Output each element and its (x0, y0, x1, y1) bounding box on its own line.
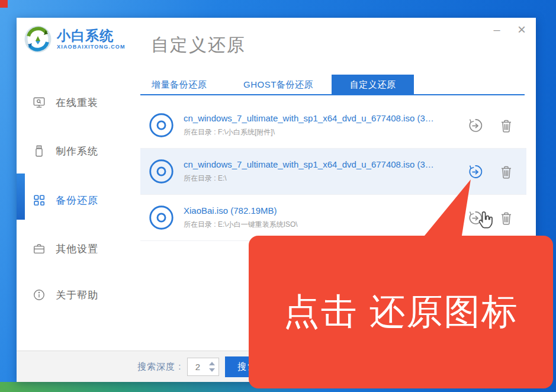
info-circle-icon (33, 288, 46, 301)
stepper-up-icon[interactable] (209, 362, 215, 365)
desktop-background: – × 小白系统 XIAOBAIXITONG.COM (0, 0, 556, 392)
iso-list: cn_windows_7_ultimate_with_sp1_x64_dvd_u… (140, 102, 526, 241)
trash-icon[interactable] (498, 163, 515, 180)
disc-icon (148, 158, 175, 185)
iso-path: 所在目录 : E:\ (184, 173, 444, 184)
restore-icon[interactable] (467, 210, 484, 226)
stepper-down-icon[interactable] (209, 368, 215, 372)
app-logo: 小白系统 XIAOBAIXITONG.COM (24, 25, 126, 53)
briefcase-icon (33, 242, 46, 255)
window-controls: – × (488, 21, 530, 38)
recording-indicator (0, 0, 8, 8)
tab-ghost-backup-restore[interactable]: GHOST备份还原 (232, 75, 324, 95)
search-depth-label: 搜索深度 : (137, 361, 181, 372)
row-actions (467, 149, 515, 194)
sidebar-item-make-system[interactable]: 制作系统 (17, 140, 135, 162)
row-actions (467, 102, 515, 148)
iso-filename: cn_windows_7_ultimate_with_sp1_x64_dvd_u… (184, 113, 444, 123)
tutorial-callout: 点击 还原图标 (249, 236, 553, 388)
minimize-button[interactable]: – (488, 21, 505, 38)
list-item[interactable]: XiaoBai.iso (782.19MB) 所在目录 : E:\小白一键重装系… (140, 195, 526, 241)
list-item-text: XiaoBai.iso (782.19MB) 所在目录 : E:\小白一键重装系… (184, 205, 444, 230)
sidebar-item-label: 关于帮助 (56, 288, 98, 302)
search-depth-value: 2 (188, 362, 208, 372)
iso-path: 所在目录 : F:\小白系统[附件]\ (184, 127, 444, 137)
iso-filename: XiaoBai.iso (782.19MB) (184, 205, 444, 216)
tab-incremental-backup-restore[interactable]: 增量备份还原 (140, 75, 218, 95)
tab-underline (140, 94, 525, 95)
sidebar-item-about-help[interactable]: 关于帮助 (17, 284, 135, 306)
tutorial-callout-text: 点击 还原图标 (284, 288, 519, 336)
disc-icon (148, 204, 175, 231)
logo-swirl-icon (24, 25, 52, 53)
restore-icon[interactable] (467, 163, 484, 180)
blocks-icon (33, 194, 46, 207)
sidebar-active-indicator (17, 173, 25, 220)
list-item[interactable]: cn_windows_7_ultimate_with_sp1_x64_dvd_u… (140, 149, 526, 195)
trash-icon[interactable] (498, 117, 515, 134)
tab-custom-restore[interactable]: 自定义还原 (332, 75, 414, 95)
brand-name: 小白系统 (57, 28, 126, 43)
sidebar-item-label: 备份还原 (56, 194, 98, 207)
sidebar: 在线重装 制作系统 (17, 77, 135, 351)
usb-drive-icon (33, 144, 46, 158)
stepper-arrows (208, 362, 218, 372)
iso-filename: cn_windows_7_ultimate_with_sp1_x64_dvd_u… (184, 159, 444, 169)
iso-path: 所在目录 : E:\小白一键重装系统ISO\ (184, 220, 444, 230)
sidebar-item-other-settings[interactable]: 其他设置 (17, 238, 135, 259)
sidebar-item-label: 制作系统 (56, 144, 98, 158)
search-depth-stepper[interactable]: 2 (187, 358, 219, 376)
sidebar-item-label: 其他设置 (56, 242, 98, 256)
sidebar-item-online-reinstall[interactable]: 在线重装 (17, 92, 135, 113)
sidebar-item-label: 在线重装 (56, 96, 98, 110)
trash-icon[interactable] (498, 210, 515, 226)
restore-icon[interactable] (467, 117, 484, 134)
brand-domain: XIAOBAIXITONG.COM (57, 44, 126, 50)
close-button[interactable]: × (513, 21, 530, 38)
monitor-reinstall-icon (33, 96, 46, 109)
sidebar-item-backup-restore[interactable]: 备份还原 (17, 189, 135, 211)
list-item[interactable]: cn_windows_7_ultimate_with_sp1_x64_dvd_u… (140, 102, 526, 149)
list-item-text: cn_windows_7_ultimate_with_sp1_x64_dvd_u… (184, 159, 444, 184)
list-item-text: cn_windows_7_ultimate_with_sp1_x64_dvd_u… (184, 113, 444, 137)
page-title: 自定义还原 (151, 33, 246, 57)
row-actions (467, 195, 515, 240)
disc-icon (148, 112, 175, 139)
tab-bar: 增量备份还原 GHOST备份还原 自定义还原 (140, 75, 414, 95)
logo-text: 小白系统 XIAOBAIXITONG.COM (57, 28, 126, 49)
